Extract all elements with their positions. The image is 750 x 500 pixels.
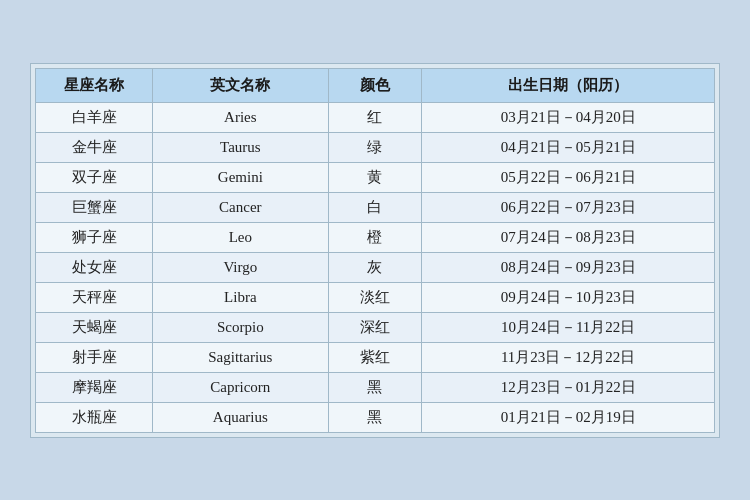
cell-chinese: 天蝎座 [36,312,153,342]
cell-date: 03月21日－04月20日 [422,102,715,132]
table-row: 狮子座Leo橙07月24日－08月23日 [36,222,715,252]
table-row: 天秤座Libra淡红09月24日－10月23日 [36,282,715,312]
cell-english: Taurus [153,132,329,162]
table-row: 双子座Gemini黄05月22日－06月21日 [36,162,715,192]
cell-english: Virgo [153,252,329,282]
cell-date: 04月21日－05月21日 [422,132,715,162]
cell-color: 紫红 [328,342,422,372]
cell-chinese: 天秤座 [36,282,153,312]
cell-chinese: 射手座 [36,342,153,372]
cell-color: 灰 [328,252,422,282]
header-date: 出生日期（阳历） [422,68,715,102]
table-row: 处女座Virgo灰08月24日－09月23日 [36,252,715,282]
cell-color: 深红 [328,312,422,342]
cell-date: 06月22日－07月23日 [422,192,715,222]
cell-english: Libra [153,282,329,312]
cell-date: 12月23日－01月22日 [422,372,715,402]
cell-date: 11月23日－12月22日 [422,342,715,372]
cell-english: Sagittarius [153,342,329,372]
cell-chinese: 处女座 [36,252,153,282]
cell-english: Aries [153,102,329,132]
cell-english: Aquarius [153,402,329,432]
table-body: 白羊座Aries红03月21日－04月20日金牛座Taurus绿04月21日－0… [36,102,715,432]
cell-date: 10月24日－11月22日 [422,312,715,342]
cell-date: 08月24日－09月23日 [422,252,715,282]
cell-english: Capricorn [153,372,329,402]
table-header-row: 星座名称 英文名称 颜色 出生日期（阳历） [36,68,715,102]
cell-english: Scorpio [153,312,329,342]
table-row: 巨蟹座Cancer白06月22日－07月23日 [36,192,715,222]
table-row: 射手座Sagittarius紫红11月23日－12月22日 [36,342,715,372]
table-row: 金牛座Taurus绿04月21日－05月21日 [36,132,715,162]
cell-color: 橙 [328,222,422,252]
cell-chinese: 双子座 [36,162,153,192]
cell-chinese: 水瓶座 [36,402,153,432]
cell-chinese: 巨蟹座 [36,192,153,222]
cell-chinese: 白羊座 [36,102,153,132]
cell-english: Leo [153,222,329,252]
cell-color: 绿 [328,132,422,162]
table-row: 白羊座Aries红03月21日－04月20日 [36,102,715,132]
table-row: 天蝎座Scorpio深红10月24日－11月22日 [36,312,715,342]
cell-date: 05月22日－06月21日 [422,162,715,192]
header-english: 英文名称 [153,68,329,102]
table-row: 摩羯座Capricorn黑12月23日－01月22日 [36,372,715,402]
zodiac-table: 星座名称 英文名称 颜色 出生日期（阳历） 白羊座Aries红03月21日－04… [35,68,715,433]
cell-color: 黄 [328,162,422,192]
cell-color: 淡红 [328,282,422,312]
cell-date: 01月21日－02月19日 [422,402,715,432]
cell-english: Cancer [153,192,329,222]
cell-color: 白 [328,192,422,222]
cell-color: 黑 [328,402,422,432]
cell-chinese: 金牛座 [36,132,153,162]
cell-chinese: 狮子座 [36,222,153,252]
table-row: 水瓶座Aquarius黑01月21日－02月19日 [36,402,715,432]
cell-color: 红 [328,102,422,132]
zodiac-table-container: 星座名称 英文名称 颜色 出生日期（阳历） 白羊座Aries红03月21日－04… [30,63,720,438]
cell-color: 黑 [328,372,422,402]
header-color: 颜色 [328,68,422,102]
header-chinese: 星座名称 [36,68,153,102]
cell-date: 09月24日－10月23日 [422,282,715,312]
cell-chinese: 摩羯座 [36,372,153,402]
cell-english: Gemini [153,162,329,192]
cell-date: 07月24日－08月23日 [422,222,715,252]
